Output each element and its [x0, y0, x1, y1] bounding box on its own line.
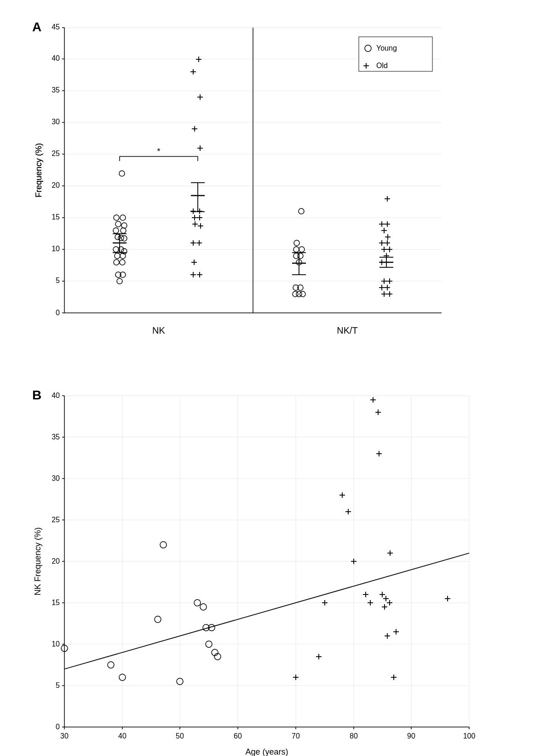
old-points	[293, 397, 450, 680]
svg-point-96	[293, 291, 298, 297]
svg-point-31	[113, 228, 119, 233]
y-tick-30: 30	[52, 118, 60, 126]
significance-star: *	[157, 147, 160, 156]
svg-point-86	[299, 208, 304, 214]
y-tick-5: 5	[56, 277, 60, 284]
b-y-20: 20	[52, 557, 60, 565]
b-x-100: 100	[463, 732, 476, 740]
y-tick-25: 25	[52, 150, 60, 157]
y-tick-15: 15	[52, 213, 60, 221]
y-tick-20: 20	[52, 181, 60, 189]
b-y-10: 10	[52, 640, 60, 648]
x-label-nkt: NK/T	[337, 325, 358, 335]
svg-point-35	[121, 236, 127, 241]
b-y-35: 35	[52, 433, 60, 441]
b-y-5: 5	[56, 681, 60, 689]
svg-point-41	[114, 260, 119, 265]
b-x-80: 80	[350, 732, 358, 740]
y-tick-45: 45	[52, 23, 60, 31]
b-x-70: 70	[292, 732, 300, 740]
y-tick-35: 35	[52, 86, 60, 94]
svg-point-91	[293, 253, 299, 259]
b-y-30: 30	[52, 474, 60, 482]
svg-point-87	[294, 240, 299, 246]
b-y-40: 40	[52, 392, 60, 399]
svg-point-32	[121, 228, 126, 233]
svg-point-181	[200, 604, 207, 610]
y-tick-40: 40	[52, 54, 60, 62]
panel-b-y-label: NK Frequency (%)	[33, 527, 42, 595]
legend-young-label: Young	[376, 44, 397, 52]
panel-b-x-label: Age (years)	[245, 747, 288, 756]
b-y-25: 25	[52, 516, 60, 524]
y-tick-0: 0	[56, 309, 60, 317]
x-label-nk: NK	[152, 325, 165, 335]
svg-point-39	[115, 253, 120, 259]
b-y-15: 15	[52, 599, 60, 606]
b-x-90: 90	[407, 732, 415, 740]
y-tick-10: 10	[52, 245, 60, 253]
svg-point-97	[300, 291, 305, 297]
svg-point-177	[155, 616, 161, 623]
svg-point-42	[120, 260, 125, 265]
b-x-40: 40	[118, 732, 126, 740]
svg-point-26	[119, 171, 125, 176]
b-y-0: 0	[56, 723, 60, 731]
svg-rect-139	[359, 37, 432, 71]
svg-point-175	[108, 662, 114, 668]
panel-a-label: A	[32, 20, 41, 34]
b-x-30: 30	[60, 732, 69, 740]
legend-old-label: Old	[376, 62, 388, 69]
svg-point-178	[160, 542, 167, 548]
svg-point-30	[121, 223, 127, 228]
b-x-60: 60	[234, 732, 242, 740]
panel-b-label: B	[32, 388, 41, 402]
b-x-50: 50	[176, 732, 184, 740]
svg-point-29	[115, 221, 121, 227]
regression-line	[64, 553, 469, 669]
panel-a-y-label-rotated: Frequency (%)	[34, 143, 43, 197]
